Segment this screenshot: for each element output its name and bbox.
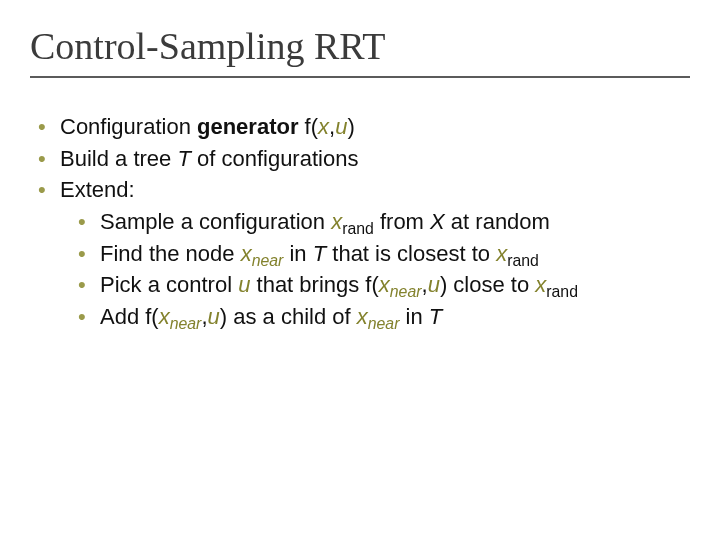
bullet-item: Build a tree T of configurations [38,144,690,174]
var-u: u [335,114,347,139]
text: in [399,304,428,329]
var-x: x [241,241,252,266]
subscript: near [368,316,400,333]
text: of configurations [191,146,359,171]
bullet-item: Extend: Sample a configuration xrand fro… [38,175,690,331]
var-x: x [379,272,390,297]
var-T: T [429,304,442,329]
var-u: u [238,272,250,297]
text: Pick a control [100,272,238,297]
var-x: x [318,114,329,139]
var-x: x [535,272,546,297]
text: Configuration [60,114,197,139]
bullet-item: Configuration generator f(x,u) [38,112,690,142]
var-x: x [357,304,368,329]
var-x: x [496,241,507,266]
text: Build a tree [60,146,177,171]
var-x: x [159,304,170,329]
text: ) close to [440,272,535,297]
var-x: x [331,209,342,234]
subscript: near [170,316,202,333]
sub-bullet-item: Sample a configuration xrand from X at r… [78,207,690,237]
var-T: T [313,241,326,266]
slide-title: Control-Sampling RRT [30,24,690,70]
subscript: near [390,284,422,301]
text: Sample a configuration [100,209,331,234]
var-u: u [428,272,440,297]
text: f( [298,114,318,139]
slide: Control-Sampling RRT Configuration gener… [0,0,720,540]
subscript: rand [546,284,578,301]
sub-bullet-item: Find the node xnear in T that is closest… [78,239,690,269]
bullet-list: Configuration generator f(x,u) Build a t… [30,112,690,332]
subscript: rand [507,252,539,269]
text: Add f( [100,304,159,329]
text: Find the node [100,241,241,266]
text: Extend: [60,177,135,202]
text: that brings f( [250,272,378,297]
text: from [374,209,430,234]
text: at random [445,209,550,234]
slide-body: Configuration generator f(x,u) Build a t… [30,112,690,332]
title-rule [30,76,690,78]
text: that is closest to [326,241,496,266]
text-bold: generator [197,114,298,139]
sub-bullet-item: Pick a control u that brings f(xnear,u) … [78,270,690,300]
text: ) as a child of [220,304,357,329]
var-u: u [208,304,220,329]
text: ) [347,114,354,139]
text: in [283,241,312,266]
var-T: T [177,146,190,171]
var-X: X [430,209,445,234]
sub-bullet-list: Sample a configuration xrand from X at r… [60,207,690,332]
subscript: near [252,252,284,269]
sub-bullet-item: Add f(xnear,u) as a child of xnear in T [78,302,690,332]
subscript: rand [342,220,374,237]
